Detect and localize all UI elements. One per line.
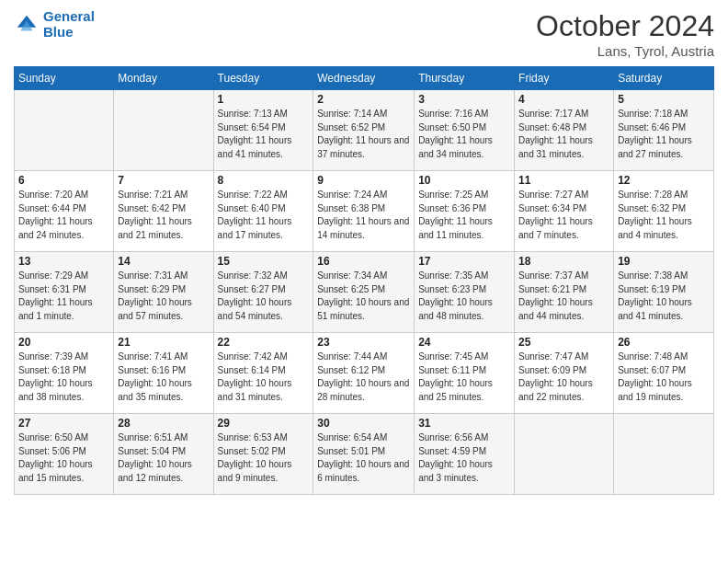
calendar-cell: 21Sunrise: 7:41 AMSunset: 6:16 PMDayligh… (114, 333, 213, 414)
day-info: Sunrise: 7:29 AMSunset: 6:31 PMDaylight:… (18, 270, 109, 323)
calendar-cell: 10Sunrise: 7:25 AMSunset: 6:36 PMDayligh… (415, 171, 515, 252)
day-number: 14 (118, 255, 209, 268)
day-number: 2 (317, 93, 410, 106)
calendar-cell (114, 90, 213, 171)
calendar-cell: 27Sunrise: 6:50 AMSunset: 5:06 PMDayligh… (15, 414, 114, 495)
calendar-cell: 25Sunrise: 7:47 AMSunset: 6:09 PMDayligh… (515, 333, 614, 414)
calendar-cell (15, 90, 114, 171)
weekday-header-monday: Monday (114, 67, 213, 90)
calendar-cell: 18Sunrise: 7:37 AMSunset: 6:21 PMDayligh… (515, 252, 614, 333)
day-info: Sunrise: 7:28 AMSunset: 6:32 PMDaylight:… (618, 189, 710, 242)
calendar-cell (515, 414, 614, 495)
calendar-cell: 5Sunrise: 7:18 AMSunset: 6:46 PMDaylight… (614, 90, 714, 171)
logo-text: General Blue (43, 9, 95, 40)
day-info: Sunrise: 7:35 AMSunset: 6:23 PMDaylight:… (418, 270, 510, 323)
day-info: Sunrise: 6:54 AMSunset: 5:01 PMDaylight:… (317, 431, 410, 485)
day-number: 28 (118, 417, 209, 430)
weekday-header-friday: Friday (515, 67, 614, 90)
day-info: Sunrise: 7:18 AMSunset: 6:46 PMDaylight:… (618, 108, 710, 161)
day-info: Sunrise: 7:34 AMSunset: 6:25 PMDaylight:… (317, 270, 410, 323)
location: Lans, Tyrol, Austria (536, 43, 714, 59)
day-number: 6 (18, 174, 109, 187)
calendar-cell: 15Sunrise: 7:32 AMSunset: 6:27 PMDayligh… (213, 252, 313, 333)
day-number: 26 (618, 336, 710, 349)
weekday-header-row: SundayMondayTuesdayWednesdayThursdayFrid… (15, 67, 714, 90)
day-number: 16 (317, 255, 410, 268)
weekday-header-tuesday: Tuesday (213, 67, 313, 90)
calendar-cell: 26Sunrise: 7:48 AMSunset: 6:07 PMDayligh… (614, 333, 714, 414)
calendar-cell: 8Sunrise: 7:22 AMSunset: 6:40 PMDaylight… (213, 171, 313, 252)
day-number: 9 (317, 174, 410, 187)
day-number: 30 (317, 417, 410, 430)
weekday-header-sunday: Sunday (15, 67, 114, 90)
day-number: 21 (118, 336, 209, 349)
day-number: 5 (618, 93, 710, 106)
day-info: Sunrise: 7:20 AMSunset: 6:44 PMDaylight:… (18, 189, 109, 242)
calendar-week-row: 13Sunrise: 7:29 AMSunset: 6:31 PMDayligh… (15, 252, 714, 333)
day-info: Sunrise: 6:53 AMSunset: 5:02 PMDaylight:… (218, 431, 310, 485)
day-info: Sunrise: 7:16 AMSunset: 6:50 PMDaylight:… (418, 108, 510, 161)
day-number: 24 (418, 336, 510, 349)
calendar-cell (614, 414, 714, 495)
day-number: 7 (118, 174, 209, 187)
day-info: Sunrise: 7:44 AMSunset: 6:12 PMDaylight:… (317, 350, 410, 404)
calendar-cell: 16Sunrise: 7:34 AMSunset: 6:25 PMDayligh… (313, 252, 415, 333)
logo: General Blue (14, 9, 95, 40)
day-number: 17 (418, 255, 510, 268)
day-info: Sunrise: 7:31 AMSunset: 6:29 PMDaylight:… (118, 270, 209, 323)
day-number: 27 (18, 417, 109, 430)
page: General Blue October 2024 Lans, Tyrol, A… (0, 0, 728, 563)
calendar-week-row: 6Sunrise: 7:20 AMSunset: 6:44 PMDaylight… (15, 171, 714, 252)
day-info: Sunrise: 7:13 AMSunset: 6:54 PMDaylight:… (218, 108, 310, 161)
calendar-cell: 28Sunrise: 6:51 AMSunset: 5:04 PMDayligh… (114, 414, 213, 495)
calendar-week-row: 20Sunrise: 7:39 AMSunset: 6:18 PMDayligh… (15, 333, 714, 414)
header: General Blue October 2024 Lans, Tyrol, A… (14, 9, 714, 59)
calendar-cell: 1Sunrise: 7:13 AMSunset: 6:54 PMDaylight… (213, 90, 313, 171)
calendar-cell: 4Sunrise: 7:17 AMSunset: 6:48 PMDaylight… (515, 90, 614, 171)
weekday-header-saturday: Saturday (614, 67, 714, 90)
calendar-cell: 22Sunrise: 7:42 AMSunset: 6:14 PMDayligh… (213, 333, 313, 414)
day-info: Sunrise: 7:42 AMSunset: 6:14 PMDaylight:… (218, 350, 310, 404)
calendar-cell: 7Sunrise: 7:21 AMSunset: 6:42 PMDaylight… (114, 171, 213, 252)
calendar-cell: 23Sunrise: 7:44 AMSunset: 6:12 PMDayligh… (313, 333, 415, 414)
weekday-header-thursday: Thursday (415, 67, 515, 90)
day-number: 18 (518, 255, 609, 268)
day-number: 22 (218, 336, 310, 349)
calendar-cell: 30Sunrise: 6:54 AMSunset: 5:01 PMDayligh… (313, 414, 415, 495)
logo-icon (14, 12, 40, 38)
day-info: Sunrise: 7:38 AMSunset: 6:19 PMDaylight:… (618, 270, 710, 323)
day-number: 11 (518, 174, 609, 187)
day-info: Sunrise: 7:14 AMSunset: 6:52 PMDaylight:… (317, 108, 410, 161)
day-info: Sunrise: 7:22 AMSunset: 6:40 PMDaylight:… (218, 189, 310, 242)
day-number: 4 (518, 93, 609, 106)
day-number: 15 (218, 255, 310, 268)
day-info: Sunrise: 6:50 AMSunset: 5:06 PMDaylight:… (18, 431, 109, 485)
day-info: Sunrise: 7:48 AMSunset: 6:07 PMDaylight:… (618, 350, 710, 404)
day-info: Sunrise: 7:39 AMSunset: 6:18 PMDaylight:… (18, 350, 109, 404)
calendar-cell: 24Sunrise: 7:45 AMSunset: 6:11 PMDayligh… (415, 333, 515, 414)
calendar-cell: 12Sunrise: 7:28 AMSunset: 6:32 PMDayligh… (614, 171, 714, 252)
calendar-cell: 11Sunrise: 7:27 AMSunset: 6:34 PMDayligh… (515, 171, 614, 252)
day-number: 3 (418, 93, 510, 106)
calendar-cell: 13Sunrise: 7:29 AMSunset: 6:31 PMDayligh… (15, 252, 114, 333)
day-info: Sunrise: 7:32 AMSunset: 6:27 PMDaylight:… (218, 270, 310, 323)
calendar-cell: 6Sunrise: 7:20 AMSunset: 6:44 PMDaylight… (15, 171, 114, 252)
day-number: 29 (218, 417, 310, 430)
calendar-cell: 17Sunrise: 7:35 AMSunset: 6:23 PMDayligh… (415, 252, 515, 333)
title-block: October 2024 Lans, Tyrol, Austria (536, 9, 714, 59)
calendar-week-row: 27Sunrise: 6:50 AMSunset: 5:06 PMDayligh… (15, 414, 714, 495)
day-number: 10 (418, 174, 510, 187)
day-number: 31 (418, 417, 510, 430)
calendar-cell: 9Sunrise: 7:24 AMSunset: 6:38 PMDaylight… (313, 171, 415, 252)
day-info: Sunrise: 7:25 AMSunset: 6:36 PMDaylight:… (418, 189, 510, 242)
day-number: 19 (618, 255, 710, 268)
day-info: Sunrise: 7:47 AMSunset: 6:09 PMDaylight:… (518, 350, 609, 404)
day-info: Sunrise: 7:41 AMSunset: 6:16 PMDaylight:… (118, 350, 209, 404)
day-number: 25 (518, 336, 609, 349)
day-info: Sunrise: 6:51 AMSunset: 5:04 PMDaylight:… (118, 431, 209, 485)
day-info: Sunrise: 7:21 AMSunset: 6:42 PMDaylight:… (118, 189, 209, 242)
day-info: Sunrise: 7:24 AMSunset: 6:38 PMDaylight:… (317, 189, 410, 242)
calendar-week-row: 1Sunrise: 7:13 AMSunset: 6:54 PMDaylight… (15, 90, 714, 171)
calendar-cell: 20Sunrise: 7:39 AMSunset: 6:18 PMDayligh… (15, 333, 114, 414)
day-number: 1 (218, 93, 310, 106)
